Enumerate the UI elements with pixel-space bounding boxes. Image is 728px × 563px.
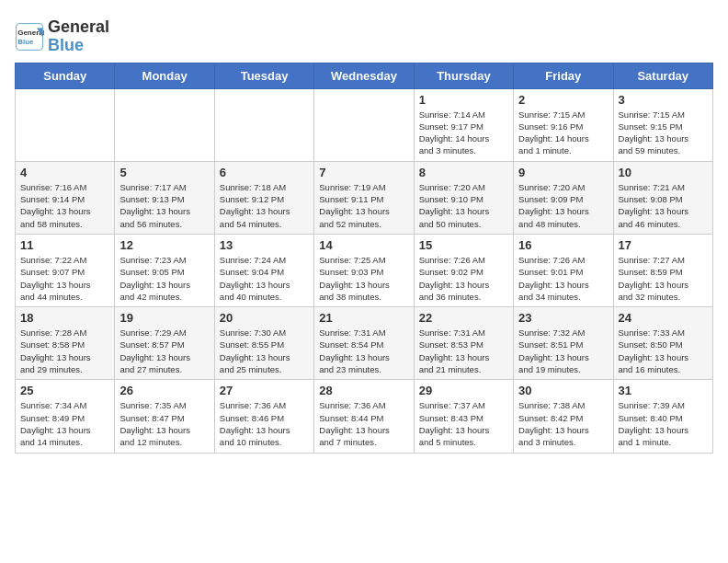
day-number: 15 <box>419 238 508 252</box>
day-info: Sunrise: 7:15 AM Sunset: 9:16 PM Dayligh… <box>518 109 608 157</box>
day-info: Sunrise: 7:36 AM Sunset: 8:46 PM Dayligh… <box>220 399 309 448</box>
calendar-cell: 15Sunrise: 7:26 AM Sunset: 9:02 PM Dayli… <box>414 234 513 306</box>
calendar-cell: 23Sunrise: 7:32 AM Sunset: 8:51 PM Dayli… <box>514 307 613 380</box>
calendar-cell: 20Sunrise: 7:30 AM Sunset: 8:55 PM Dayli… <box>214 307 313 380</box>
calendar-cell: 1Sunrise: 7:14 AM Sunset: 9:17 PM Daylig… <box>414 88 513 161</box>
day-number: 30 <box>518 384 608 397</box>
calendar-cell: 25Sunrise: 7:34 AM Sunset: 8:49 PM Dayli… <box>16 380 115 453</box>
calendar-cell: 11Sunrise: 7:22 AM Sunset: 9:07 PM Dayli… <box>16 234 115 306</box>
day-number: 14 <box>319 238 408 252</box>
day-info: Sunrise: 7:20 AM Sunset: 9:09 PM Dayligh… <box>518 181 608 230</box>
calendar-cell: 31Sunrise: 7:39 AM Sunset: 8:40 PM Dayli… <box>613 380 712 453</box>
day-number: 25 <box>20 384 109 397</box>
day-number: 13 <box>220 238 309 252</box>
calendar-week-row: 18Sunrise: 7:28 AM Sunset: 8:58 PM Dayli… <box>16 307 713 380</box>
day-info: Sunrise: 7:27 AM Sunset: 8:59 PM Dayligh… <box>619 254 708 303</box>
day-number: 24 <box>619 311 708 325</box>
day-number: 2 <box>518 93 608 107</box>
day-info: Sunrise: 7:38 AM Sunset: 8:42 PM Dayligh… <box>518 399 608 448</box>
day-info: Sunrise: 7:26 AM Sunset: 9:02 PM Dayligh… <box>419 254 508 303</box>
calendar-week-row: 4Sunrise: 7:16 AM Sunset: 9:14 PM Daylig… <box>16 161 713 234</box>
day-info: Sunrise: 7:32 AM Sunset: 8:51 PM Dayligh… <box>518 327 608 375</box>
day-info: Sunrise: 7:36 AM Sunset: 8:44 PM Dayligh… <box>319 399 408 448</box>
day-number: 5 <box>119 166 209 179</box>
day-info: Sunrise: 7:26 AM Sunset: 9:01 PM Dayligh… <box>518 254 608 303</box>
day-number: 11 <box>20 238 109 252</box>
calendar-week-row: 1Sunrise: 7:14 AM Sunset: 9:17 PM Daylig… <box>16 88 713 161</box>
calendar-cell: 3Sunrise: 7:15 AM Sunset: 9:15 PM Daylig… <box>613 88 712 161</box>
calendar-cell: 2Sunrise: 7:15 AM Sunset: 9:16 PM Daylig… <box>514 88 613 161</box>
day-of-week-header: Friday <box>514 63 613 88</box>
day-of-week-header: Sunday <box>16 63 115 88</box>
calendar-cell: 14Sunrise: 7:25 AM Sunset: 9:03 PM Dayli… <box>314 234 414 306</box>
logo-text: GeneralBlue <box>48 18 109 55</box>
calendar-cell <box>314 88 414 161</box>
day-info: Sunrise: 7:29 AM Sunset: 8:57 PM Dayligh… <box>119 327 209 375</box>
calendar-cell: 4Sunrise: 7:16 AM Sunset: 9:14 PM Daylig… <box>16 161 115 234</box>
calendar-cell: 26Sunrise: 7:35 AM Sunset: 8:47 PM Dayli… <box>115 380 214 453</box>
day-number: 1 <box>419 93 508 107</box>
calendar-cell <box>16 88 115 161</box>
day-info: Sunrise: 7:19 AM Sunset: 9:11 PM Dayligh… <box>319 181 408 230</box>
day-number: 9 <box>518 166 608 179</box>
page-header: General Blue GeneralBlue <box>15 15 713 55</box>
day-number: 3 <box>619 93 708 107</box>
day-info: Sunrise: 7:18 AM Sunset: 9:12 PM Dayligh… <box>220 181 309 230</box>
day-of-week-header: Saturday <box>613 63 712 88</box>
calendar-table: SundayMondayTuesdayWednesdayThursdayFrid… <box>15 63 713 454</box>
day-info: Sunrise: 7:15 AM Sunset: 9:15 PM Dayligh… <box>619 109 708 157</box>
day-number: 12 <box>119 238 209 252</box>
day-info: Sunrise: 7:22 AM Sunset: 9:07 PM Dayligh… <box>20 254 109 303</box>
day-number: 8 <box>419 166 508 179</box>
day-number: 31 <box>619 384 708 397</box>
calendar-cell: 21Sunrise: 7:31 AM Sunset: 8:54 PM Dayli… <box>314 307 414 380</box>
day-info: Sunrise: 7:23 AM Sunset: 9:05 PM Dayligh… <box>119 254 209 303</box>
day-info: Sunrise: 7:28 AM Sunset: 8:58 PM Dayligh… <box>20 327 109 375</box>
day-number: 18 <box>20 311 109 325</box>
calendar-cell: 9Sunrise: 7:20 AM Sunset: 9:09 PM Daylig… <box>514 161 613 234</box>
calendar-cell <box>214 88 313 161</box>
calendar-cell: 30Sunrise: 7:38 AM Sunset: 8:42 PM Dayli… <box>514 380 613 453</box>
logo: General Blue GeneralBlue <box>15 18 109 55</box>
calendar-cell: 29Sunrise: 7:37 AM Sunset: 8:43 PM Dayli… <box>414 380 513 453</box>
day-number: 27 <box>220 384 309 397</box>
day-number: 19 <box>119 311 209 325</box>
day-info: Sunrise: 7:16 AM Sunset: 9:14 PM Dayligh… <box>20 181 109 230</box>
calendar-cell: 12Sunrise: 7:23 AM Sunset: 9:05 PM Dayli… <box>115 234 214 306</box>
day-info: Sunrise: 7:20 AM Sunset: 9:10 PM Dayligh… <box>419 181 508 230</box>
day-info: Sunrise: 7:37 AM Sunset: 8:43 PM Dayligh… <box>419 399 508 448</box>
day-number: 23 <box>518 311 608 325</box>
day-of-week-header: Tuesday <box>214 63 313 88</box>
day-of-week-header: Monday <box>115 63 214 88</box>
calendar-cell: 5Sunrise: 7:17 AM Sunset: 9:13 PM Daylig… <box>115 161 214 234</box>
svg-text:Blue: Blue <box>17 38 34 46</box>
calendar-body: 1Sunrise: 7:14 AM Sunset: 9:17 PM Daylig… <box>16 88 713 453</box>
calendar-week-row: 25Sunrise: 7:34 AM Sunset: 8:49 PM Dayli… <box>16 380 713 453</box>
day-info: Sunrise: 7:34 AM Sunset: 8:49 PM Dayligh… <box>20 399 109 448</box>
day-info: Sunrise: 7:31 AM Sunset: 8:54 PM Dayligh… <box>319 327 408 375</box>
day-number: 10 <box>619 166 708 179</box>
days-of-week-row: SundayMondayTuesdayWednesdayThursdayFrid… <box>16 63 713 88</box>
calendar-header: SundayMondayTuesdayWednesdayThursdayFrid… <box>16 63 713 88</box>
calendar-cell: 7Sunrise: 7:19 AM Sunset: 9:11 PM Daylig… <box>314 161 414 234</box>
day-info: Sunrise: 7:14 AM Sunset: 9:17 PM Dayligh… <box>419 109 508 157</box>
day-info: Sunrise: 7:30 AM Sunset: 8:55 PM Dayligh… <box>220 327 309 375</box>
day-number: 6 <box>220 166 309 179</box>
logo-icon: General Blue <box>15 22 44 52</box>
day-info: Sunrise: 7:21 AM Sunset: 9:08 PM Dayligh… <box>619 181 708 230</box>
day-info: Sunrise: 7:31 AM Sunset: 8:53 PM Dayligh… <box>419 327 508 375</box>
calendar-cell: 6Sunrise: 7:18 AM Sunset: 9:12 PM Daylig… <box>214 161 313 234</box>
day-info: Sunrise: 7:17 AM Sunset: 9:13 PM Dayligh… <box>119 181 209 230</box>
day-number: 26 <box>119 384 209 397</box>
day-number: 28 <box>319 384 408 397</box>
day-info: Sunrise: 7:25 AM Sunset: 9:03 PM Dayligh… <box>319 254 408 303</box>
day-of-week-header: Thursday <box>414 63 513 88</box>
logo-blue-text: Blue <box>48 36 84 54</box>
day-number: 20 <box>220 311 309 325</box>
calendar-cell: 19Sunrise: 7:29 AM Sunset: 8:57 PM Dayli… <box>115 307 214 380</box>
calendar-cell: 18Sunrise: 7:28 AM Sunset: 8:58 PM Dayli… <box>16 307 115 380</box>
day-number: 22 <box>419 311 508 325</box>
calendar-cell: 13Sunrise: 7:24 AM Sunset: 9:04 PM Dayli… <box>214 234 313 306</box>
day-number: 4 <box>20 166 109 179</box>
calendar-cell: 17Sunrise: 7:27 AM Sunset: 8:59 PM Dayli… <box>613 234 712 306</box>
